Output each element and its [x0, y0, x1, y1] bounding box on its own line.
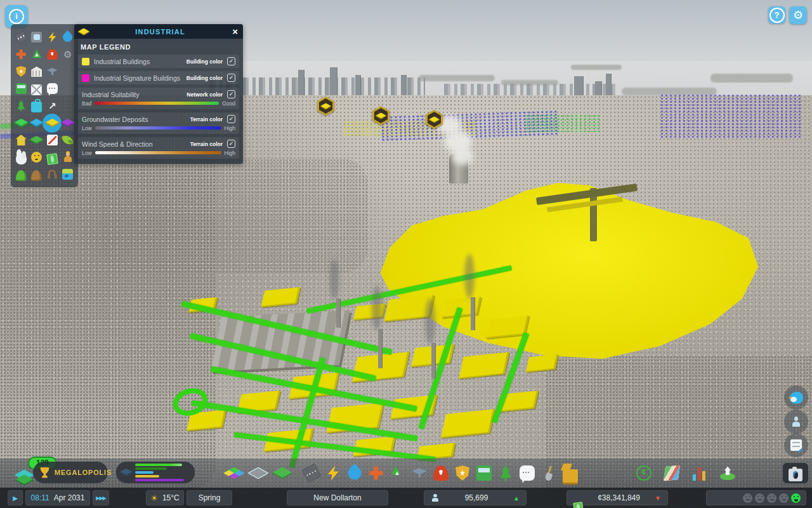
zoning-group — [223, 458, 293, 488]
infoview-pollution[interactable] — [13, 150, 29, 165]
infoview-ore-map[interactable] — [60, 116, 75, 131]
infoview-fishing[interactable] — [60, 167, 75, 182]
happiness-step-4 — [779, 493, 789, 503]
checkbox[interactable]: ✓ — [227, 74, 235, 82]
infoview-water[interactable] — [60, 30, 75, 45]
yellow-swatch — [82, 58, 89, 65]
speed-button[interactable]: ▶▶▶ — [93, 490, 109, 505]
lightning-icon — [47, 32, 58, 43]
industrial-area-marker-2[interactable] — [372, 106, 390, 125]
close-icon[interactable]: × — [232, 27, 238, 36]
infoview-greenery[interactable] — [60, 133, 75, 148]
infoview-roads[interactable] — [13, 30, 29, 45]
infoview-fire[interactable] — [44, 47, 60, 62]
infoview-natural-resources[interactable] — [13, 167, 29, 182]
zoning-demand-meter[interactable] — [116, 462, 195, 483]
infoview-police[interactable] — [13, 64, 29, 79]
infoview-administration[interactable] — [29, 64, 44, 79]
water-fish-icon — [62, 169, 73, 180]
map-layer-icon — [29, 119, 44, 127]
game-date: Apr 2031 — [54, 493, 85, 502]
infoview-economy[interactable] — [44, 133, 60, 148]
milestone-name: MEGALOPOLIS — [55, 469, 112, 476]
toolbar-water[interactable] — [344, 460, 365, 486]
magenta-swatch — [82, 74, 89, 82]
season-display[interactable]: Spring — [187, 490, 232, 505]
toolbar-garbage[interactable] — [387, 460, 409, 486]
checkbox[interactable]: ✓ — [227, 140, 235, 148]
fire-helmet-icon — [433, 465, 449, 481]
time-date-display[interactable]: 08:11 Apr 2031 — [25, 490, 90, 505]
toolbar-demolish[interactable] — [560, 460, 581, 486]
infoview-land-value[interactable] — [29, 133, 44, 148]
graduation-cap-icon — [412, 465, 427, 481]
status-bar: ▶ 08:11 Apr 2031 ▶▶▶ ☀ 15°C Spring New D… — [0, 488, 812, 508]
toolbar-roads[interactable] — [301, 460, 322, 486]
infoview-industrial-map[interactable] — [44, 116, 60, 131]
infoview-noise[interactable] — [44, 167, 60, 182]
infoview-residential[interactable] — [13, 133, 29, 148]
toolbar-transportation[interactable] — [473, 460, 495, 486]
infoview-finances[interactable] — [44, 150, 60, 165]
factory-building — [211, 311, 350, 371]
checkbox[interactable]: ✓ — [227, 115, 235, 123]
infoview-education[interactable] — [44, 64, 60, 79]
chirper-button[interactable] — [784, 385, 808, 410]
toolbar-progression[interactable] — [717, 460, 738, 486]
infoview-mail[interactable] — [29, 81, 44, 97]
infoview-happiness[interactable] — [29, 150, 44, 165]
journal-button[interactable] — [784, 433, 808, 457]
toolbar-education[interactable] — [409, 460, 430, 486]
infoview-tourism[interactable] — [29, 98, 44, 114]
photo-mode-button[interactable] — [783, 463, 808, 483]
toolbar-zoning[interactable] — [223, 460, 245, 486]
help-button[interactable]: ? — [768, 6, 785, 23]
toolbar-electricity[interactable] — [322, 460, 344, 486]
toolbar-areas[interactable] — [247, 460, 269, 486]
play-button[interactable]: ▶ — [8, 490, 23, 505]
city-name-display[interactable]: New Dollarton — [287, 490, 388, 505]
infoview-vegetation-map[interactable] — [13, 116, 29, 131]
infoview-healthcare[interactable] — [13, 47, 29, 62]
temperature-value: 15°C — [162, 493, 180, 502]
legend-row-groundwater: Groundwater Deposits Terrain color ✓ Low… — [78, 112, 239, 134]
gear-icon: ⚙ — [793, 10, 803, 21]
infoview-workers[interactable] — [60, 150, 75, 165]
infoview-soil[interactable] — [29, 167, 44, 182]
toolbar-landscaping[interactable] — [538, 460, 560, 486]
toolbar-map-tiles[interactable] — [661, 460, 683, 486]
infoview-parks[interactable] — [13, 98, 29, 114]
infoview-electricity[interactable] — [44, 30, 60, 45]
trophy-icon — [39, 467, 50, 478]
toolbar-parks-recreation[interactable] — [495, 460, 516, 486]
happiness-display[interactable] — [706, 490, 806, 505]
infoview-maintenance[interactable]: ⚙ — [60, 47, 75, 62]
notes-icon — [790, 439, 802, 451]
infoview-water-map[interactable] — [29, 116, 44, 131]
infoview-transit[interactable] — [29, 30, 44, 45]
toolbar-production[interactable] — [633, 460, 655, 486]
temperature-display[interactable]: ☀ 15°C — [146, 490, 184, 505]
industrial-area-marker-3[interactable] — [426, 110, 443, 129]
legend-header[interactable]: INDUSTRIAL × — [74, 24, 243, 39]
toolbar-fire-rescue[interactable] — [430, 460, 452, 486]
toolbar-communications[interactable] — [516, 460, 538, 486]
toolbar-districts[interactable] — [272, 460, 293, 486]
infoview-garbage[interactable] — [29, 47, 44, 62]
population-display[interactable]: 95,699 ▲ — [424, 490, 527, 505]
settings-button[interactable]: ⚙ — [789, 6, 807, 24]
infoview-transportation[interactable] — [13, 81, 29, 97]
infoview-communications[interactable] — [44, 81, 60, 97]
checkbox[interactable]: ✓ — [227, 90, 235, 98]
population-count: 95,699 — [465, 493, 488, 502]
money-display[interactable]: ¢38,341,849 ▼ — [566, 490, 668, 505]
demand-bar-office — [135, 479, 184, 481]
infoview-routes[interactable]: ↗ — [44, 98, 60, 114]
industrial-area-marker-1[interactable] — [317, 97, 334, 116]
toolbar-healthcare[interactable] — [365, 460, 387, 486]
toolbar-statistics[interactable] — [689, 460, 710, 486]
citizen-info-button[interactable] — [784, 410, 808, 434]
checkbox[interactable]: ✓ — [227, 57, 235, 65]
toolbar-police[interactable] — [452, 460, 473, 486]
milestone-badge[interactable]: MEGALOPOLIS — [33, 462, 108, 483]
